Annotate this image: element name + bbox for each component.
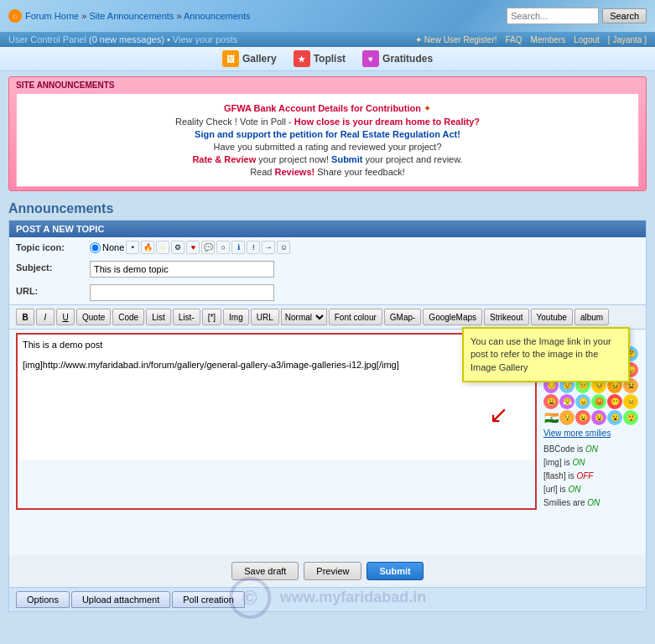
list-button[interactable]: List	[146, 309, 171, 325]
preview-button[interactable]: Preview	[304, 562, 361, 580]
smiley-flag[interactable]: 🇮🇳	[543, 410, 559, 425]
ann-line-6: Read Reviews! Share your feedback!	[25, 167, 630, 177]
url-status: ON	[568, 485, 580, 494]
gratitudes-link[interactable]: ♥ Gratitudes	[362, 50, 433, 67]
url-input[interactable]	[90, 284, 274, 301]
members-link[interactable]: Members	[531, 35, 566, 44]
smiley-22[interactable]: 😡	[591, 394, 606, 409]
ann-rate-review-link[interactable]: Rate & Review	[192, 154, 256, 164]
font-colour-button[interactable]: Font colour	[329, 309, 382, 325]
smiley-26[interactable]: 😯	[559, 410, 574, 425]
topic-icon-star[interactable]: ☆	[156, 241, 169, 254]
poll-creation-tab[interactable]: Poll creation	[172, 591, 245, 608]
url-button[interactable]: URL	[251, 309, 279, 325]
upload-attachment-tab[interactable]: Upload attachment	[71, 591, 170, 608]
view-posts-link[interactable]: View your posts	[173, 34, 237, 44]
underline-button[interactable]: U	[56, 309, 75, 325]
ann-line-2: Reality Check ! Vote in Poll - How close…	[25, 117, 630, 127]
top-header: ⌂ Forum Home » Site Announcements » Anno…	[0, 0, 655, 32]
list-ordered-button[interactable]: List-	[173, 309, 200, 325]
username-link[interactable]: [ Jayanta ]	[608, 35, 647, 44]
editor-textarea[interactable]: This is a demo post [img]http://www.myfa…	[18, 335, 535, 460]
main-area: Announcements POST A NEW TOPIC Topic ico…	[8, 196, 647, 612]
smiley-21[interactable]: 😠	[575, 394, 590, 409]
smiley-29[interactable]: 😮	[607, 410, 622, 425]
bold-button[interactable]: B	[16, 309, 34, 325]
ann-line-1: GFWA Bank Account Details for Contributi…	[25, 103, 630, 114]
none-radio[interactable]	[90, 242, 101, 253]
logout-link[interactable]: Logout	[574, 35, 600, 44]
subject-input[interactable]	[90, 261, 274, 278]
ann-reality-link[interactable]: How close is your dream home to Reality?	[294, 117, 480, 127]
italic-button[interactable]: I	[36, 309, 55, 325]
gmap-button[interactable]: GMap-	[384, 309, 422, 325]
smiley-19[interactable]: 😩	[543, 394, 559, 409]
submit-button[interactable]: Submit	[366, 562, 423, 580]
youtube-button[interactable]: Youtube	[531, 309, 573, 325]
url-field	[90, 284, 639, 301]
search-area: Search	[507, 8, 647, 24]
bottom-tabs: Options Upload attachment Poll creation	[9, 587, 646, 611]
ann-contribution-text: GFWA Bank Account Details for Contributi…	[224, 103, 421, 113]
logo-area: ⌂ Forum Home » Site Announcements » Anno…	[8, 9, 250, 23]
topic-icon-circle[interactable]: ○	[216, 241, 230, 254]
view-more-smilies-link[interactable]: View more smilies	[543, 428, 642, 438]
gallery-link[interactable]: 🖼 Gallery	[222, 50, 277, 67]
editor-toolbar: B I U Quote Code List List- [*] Img URL …	[9, 304, 646, 330]
breadcrumb-site-link[interactable]: Site Announcements	[89, 11, 174, 21]
editor-left-panel: This is a demo post [img]http://www.myfa…	[16, 333, 537, 510]
site-announcements-content: GFWA Bank Account Details for Contributi…	[16, 93, 639, 187]
normal-select[interactable]: Normal	[281, 309, 327, 325]
ann-petition-link[interactable]: Sign and support the petition for Real E…	[195, 129, 460, 139]
ann-line-5: Rate & Review your project now! Submit y…	[25, 154, 630, 164]
tooltip-text: You can use the Image link in your post …	[470, 336, 611, 372]
topic-icon-smile[interactable]: ☺	[277, 241, 290, 254]
topic-icon-arrow[interactable]: →	[262, 241, 275, 254]
smiley-30[interactable]: 😲	[623, 410, 638, 425]
breadcrumb-forum-link[interactable]: Forum Home	[25, 11, 79, 21]
smiley-28[interactable]: 😧	[591, 410, 606, 425]
album-button[interactable]: album	[574, 309, 609, 325]
quote-button[interactable]: Quote	[76, 309, 111, 325]
ann-contribution-link[interactable]: GFWA Bank Account Details for Contributi…	[224, 103, 424, 113]
img-button[interactable]: Img	[223, 309, 249, 325]
none-label: None	[102, 242, 124, 252]
topic-icon-dot[interactable]: •	[126, 241, 139, 254]
gratitudes-label: Gratitudes	[382, 53, 433, 65]
topic-icon-chat[interactable]: 💬	[201, 241, 215, 254]
code-button[interactable]: Code	[112, 309, 144, 325]
new-user-register-link[interactable]: ✦ New User Register!	[415, 35, 496, 44]
smiley-20[interactable]: 😤	[559, 394, 574, 409]
smiley-24[interactable]: 😐	[623, 394, 638, 409]
user-control-panel-link[interactable]: User Control Panel	[8, 34, 86, 44]
toplist-link[interactable]: ★ Toplist	[294, 50, 346, 67]
star-button[interactable]: [*]	[202, 309, 221, 325]
bbcode-status: ON	[585, 444, 598, 454]
faq-link[interactable]: FAQ	[506, 35, 522, 44]
topic-icon-heart[interactable]: ♥	[186, 241, 200, 254]
topic-icon-info[interactable]: ℹ	[231, 241, 245, 254]
url-label: URL:	[16, 284, 83, 296]
page-title: Announcements	[8, 196, 647, 220]
ann-reviews-link[interactable]: Reviews!	[275, 167, 315, 177]
ann-reviews-prefix: Read	[250, 167, 274, 177]
ann-submit-link[interactable]: Submit	[331, 154, 362, 164]
save-draft-button[interactable]: Save draft	[231, 562, 299, 580]
strikeout-button[interactable]: Strikeout	[484, 309, 528, 325]
toplist-icon: ★	[294, 50, 310, 67]
smiley-27[interactable]: 😦	[575, 410, 590, 425]
topic-icon-flame[interactable]: 🔥	[141, 241, 154, 254]
bottom-buttons-bar: Save draft Preview Submit	[9, 555, 646, 587]
flash-status: OFF	[576, 471, 593, 480]
search-button[interactable]: Search	[602, 8, 647, 23]
options-tab[interactable]: Options	[16, 591, 70, 608]
googlemaps-button[interactable]: GoogleMaps	[423, 309, 482, 325]
smilies-label: Smilies are	[543, 498, 585, 507]
topic-icon-gear[interactable]: ⚙	[171, 241, 185, 254]
breadcrumb-ann-link[interactable]: Announcements	[184, 11, 251, 21]
flash-label: [flash] is	[543, 471, 574, 480]
topic-icon-alert[interactable]: !	[247, 241, 260, 254]
smiley-23[interactable]: 😶	[607, 394, 622, 409]
search-input[interactable]	[507, 8, 599, 24]
toplist-label: Toplist	[314, 53, 346, 65]
